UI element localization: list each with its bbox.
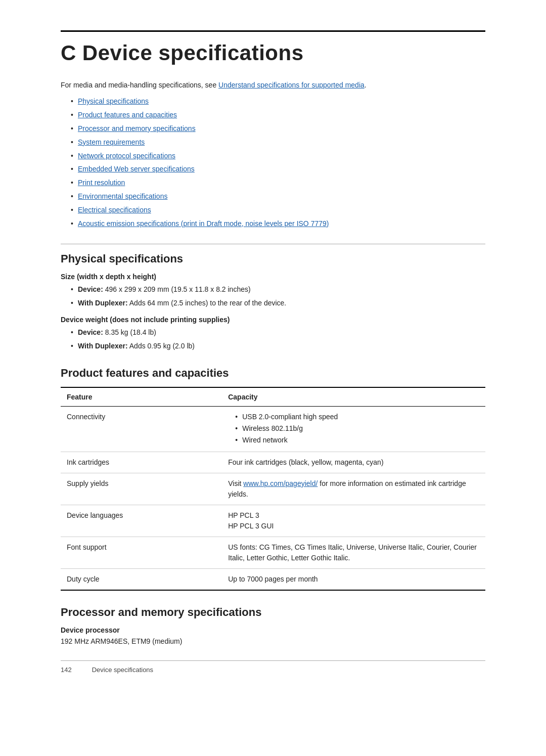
table-row: Device languages HP PCL 3HP PCL 3 GUI [61, 505, 485, 537]
features-table: Feature Capacity Connectivity USB 2.0-co… [61, 387, 485, 591]
table-row: Duty cycle Up to 7000 pages per month [61, 568, 485, 590]
table-row: Connectivity USB 2.0-compliant high spee… [61, 406, 485, 452]
toc-link-acoustic[interactable]: Acoustic emission specifications (print … [78, 219, 329, 228]
toc-item: Physical specifications [71, 96, 485, 108]
intro-paragraph: For media and media-handling specificati… [61, 79, 485, 91]
feature-supply-yields: Supply yields [61, 473, 222, 505]
processor-heading: Processor and memory specifications [61, 606, 485, 619]
table-header-row: Feature Capacity [61, 387, 485, 407]
toc-link-system[interactable]: System requirements [78, 138, 145, 146]
capacity-font-support: US fonts: CG Times, CG Times Italic, Uni… [222, 537, 485, 568]
table-row: Ink cartridges Four ink cartridges (blac… [61, 452, 485, 473]
footer: 142 Device specifications [61, 660, 485, 674]
toc-link-electrical[interactable]: Electrical specifications [78, 206, 151, 214]
capacity-ink-cartridges: Four ink cartridges (black, yellow, mage… [222, 452, 485, 473]
physical-section: Physical specifications Size (width x de… [61, 244, 485, 351]
page-title-section: CDevice specifications [61, 30, 485, 65]
toc-item: System requirements [71, 137, 485, 149]
toc-item: Embedded Web server specifications [71, 163, 485, 175]
physical-heading: Physical specifications [61, 252, 485, 265]
page-title: CDevice specifications [61, 41, 485, 65]
weight-list: Device: 8.35 kg (18.4 lb) With Duplexer:… [61, 327, 485, 351]
toc-link-resolution[interactable]: Print resolution [78, 179, 125, 187]
size-item-duplexer: With Duplexer: Adds 64 mm (2.5 inches) t… [71, 297, 485, 308]
toc-item: Acoustic emission specifications (print … [71, 218, 485, 230]
title-text: Device specifications [82, 41, 304, 65]
pageyield-link[interactable]: www.hp.com/pageyield/ [243, 479, 317, 487]
toc-list: Physical specifications Product features… [61, 96, 485, 230]
size-list: Device: 496 x 299 x 209 mm (19.5 x 11.8 … [61, 284, 485, 308]
feature-duty-cycle: Duty cycle [61, 568, 222, 590]
toc-link-environmental[interactable]: Environmental specifications [78, 192, 167, 200]
toc-link-processor[interactable]: Processor and memory specifications [78, 124, 196, 132]
toc-item: Print resolution [71, 177, 485, 189]
connectivity-item: Wireless 802.11b/g [235, 423, 479, 434]
feature-device-languages: Device languages [61, 505, 222, 537]
device-processor-heading: Device processor [61, 626, 485, 634]
feature-font-support: Font support [61, 537, 222, 568]
footer-section-title: Device specifications [92, 666, 153, 674]
size-duplexer-label: With Duplexer: [78, 299, 128, 307]
toc-link-features[interactable]: Product features and capacities [78, 111, 177, 119]
weight-heading: Device weight (does not include printing… [61, 316, 485, 324]
size-item-device: Device: 496 x 299 x 209 mm (19.5 x 11.8 … [71, 284, 485, 295]
feature-ink-cartridges: Ink cartridges [61, 452, 222, 473]
connectivity-item: Wired network [235, 435, 479, 446]
col-capacity-header: Capacity [222, 387, 485, 407]
weight-item-device: Device: 8.35 kg (18.4 lb) [71, 327, 485, 338]
toc-link-physical[interactable]: Physical specifications [78, 97, 149, 105]
toc-item: Environmental specifications [71, 191, 485, 203]
toc-link-ews[interactable]: Embedded Web server specifications [78, 165, 195, 173]
col-feature-header: Feature [61, 387, 222, 407]
footer-page-number: 142 [61, 666, 72, 674]
toc-item: Electrical specifications [71, 204, 485, 216]
feature-connectivity: Connectivity [61, 406, 222, 452]
weight-item-duplexer: With Duplexer: Adds 0.95 kg (2.0 lb) [71, 340, 485, 351]
intro-link[interactable]: Understand specifications for supported … [218, 81, 365, 89]
table-row: Supply yields Visit www.hp.com/pageyield… [61, 473, 485, 505]
connectivity-list: USB 2.0-compliant high speed Wireless 80… [228, 412, 479, 446]
capacity-connectivity: USB 2.0-compliant high speed Wireless 80… [222, 406, 485, 452]
weight-duplexer-label: With Duplexer: [78, 342, 128, 350]
device-processor-value: 192 MHz ARM946ES, ETM9 (medium) [61, 637, 485, 645]
features-heading: Product features and capacities [61, 367, 485, 380]
capacity-supply-yields: Visit www.hp.com/pageyield/ for more inf… [222, 473, 485, 505]
capacity-device-languages: HP PCL 3HP PCL 3 GUI [222, 505, 485, 537]
size-device-label: Device: [78, 285, 103, 293]
title-letter: C [61, 41, 76, 65]
weight-subsection: Device weight (does not include printing… [61, 316, 485, 351]
features-section: Product features and capacities Feature … [61, 367, 485, 591]
size-heading: Size (width x depth x height) [61, 273, 485, 281]
size-subsection: Size (width x depth x height) Device: 49… [61, 273, 485, 308]
toc-item: Product features and capacities [71, 109, 485, 121]
connectivity-item: USB 2.0-compliant high speed [235, 412, 479, 422]
table-row: Font support US fonts: CG Times, CG Time… [61, 537, 485, 568]
processor-section: Processor and memory specifications Devi… [61, 606, 485, 645]
section-divider [61, 244, 485, 244]
capacity-duty-cycle: Up to 7000 pages per month [222, 568, 485, 590]
toc-item: Network protocol specifications [71, 150, 485, 162]
toc-item: Processor and memory specifications [71, 123, 485, 135]
toc-link-network[interactable]: Network protocol specifications [78, 152, 175, 160]
intro-text-before: For media and media-handling specificati… [61, 81, 218, 89]
weight-device-label: Device: [78, 328, 103, 336]
